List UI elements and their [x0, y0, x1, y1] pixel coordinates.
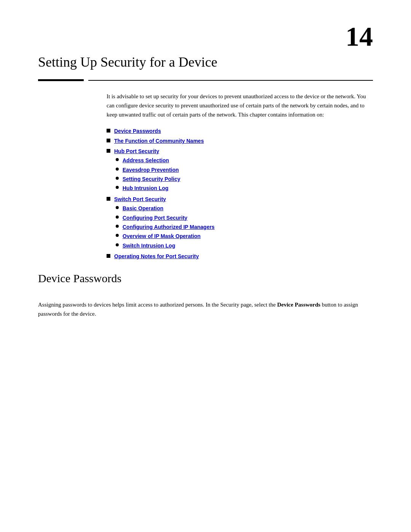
toc-item-community-names: The Function of Community Names: [107, 137, 373, 145]
bullet-circle-icon: [116, 168, 119, 171]
toc-item-switch-port-security: Switch Port Security Basic Operation Con…: [107, 195, 373, 251]
toc-link-device-passwords[interactable]: Device Passwords: [114, 127, 161, 135]
toc-sub-item-overview-ip-mask: Overview of IP Mask Operation: [116, 232, 215, 240]
toc-link-setting-security-policy[interactable]: Setting Security Policy: [123, 175, 180, 183]
divider-thick: [38, 79, 84, 81]
toc-link-overview-ip-mask[interactable]: Overview of IP Mask Operation: [123, 232, 201, 240]
toc-main-list: Device Passwords The Function of Communi…: [107, 127, 373, 260]
toc-link-hub-port-security[interactable]: Hub Port Security: [114, 147, 159, 155]
bullet-circle-icon: [116, 177, 119, 180]
device-passwords-section: Device Passwords Assigning passwords to …: [38, 272, 373, 318]
bullet-circle-icon: [116, 206, 119, 209]
bullet-circle-icon: [116, 225, 119, 228]
toc-link-hub-intrusion-log[interactable]: Hub Intrusion Log: [123, 184, 169, 192]
toc-sub-item-eavesdrop: Eavesdrop Prevention: [116, 166, 180, 174]
device-passwords-text-bold: Device Passwords: [277, 302, 320, 308]
bullet-circle-icon: [116, 234, 119, 237]
toc-item-operating-notes: Operating Notes for Port Security: [107, 252, 373, 260]
bullet-square-icon: [107, 139, 110, 142]
bullet-circle-icon: [116, 243, 119, 246]
device-passwords-text: Assigning passwords to devices helps lim…: [38, 300, 373, 318]
toc-sub-item-address-selection: Address Selection: [116, 156, 180, 165]
bullet-square-icon: [107, 197, 110, 201]
toc-item-device-passwords: Device Passwords: [107, 127, 373, 135]
toc-sub-item-hub-intrusion-log: Hub Intrusion Log: [116, 184, 180, 192]
bullet-square-icon: [107, 254, 110, 258]
intro-text: It is advisable to set up security for y…: [107, 92, 373, 119]
toc-link-community-names[interactable]: The Function of Community Names: [114, 137, 204, 145]
toc-link-configuring-port-security[interactable]: Configuring Port Security: [123, 214, 187, 222]
page-container: 14 Setting Up Security for a Device It i…: [0, 0, 411, 532]
hub-port-security-sub-list: Address Selection Eavesdrop Prevention S…: [116, 156, 180, 193]
divider: [38, 79, 373, 81]
toc-section: Device Passwords The Function of Communi…: [107, 127, 373, 260]
toc-link-operating-notes[interactable]: Operating Notes for Port Security: [114, 252, 199, 260]
device-passwords-title: Device Passwords: [38, 272, 373, 285]
toc-sub-item-basic-operation: Basic Operation: [116, 204, 215, 212]
toc-item-hub-port-security: Hub Port Security Address Selection Eave…: [107, 147, 373, 193]
toc-link-configuring-authorized-managers[interactable]: Configuring Authorized IP Managers: [123, 223, 215, 231]
toc-link-switch-intrusion-log[interactable]: Switch Intrusion Log: [123, 241, 175, 250]
bullet-circle-icon: [116, 216, 119, 219]
bullet-circle-icon: [116, 158, 119, 161]
toc-sub-item-switch-intrusion-log: Switch Intrusion Log: [116, 241, 215, 250]
toc-link-eavesdrop-prevention[interactable]: Eavesdrop Prevention: [123, 166, 179, 174]
toc-link-basic-operation[interactable]: Basic Operation: [123, 204, 163, 212]
divider-thin: [88, 80, 373, 81]
toc-sub-item-setting-security-policy: Setting Security Policy: [116, 175, 180, 183]
switch-port-security-sub-list: Basic Operation Configuring Port Securit…: [116, 204, 215, 250]
toc-link-address-selection[interactable]: Address Selection: [123, 156, 169, 165]
chapter-title: Setting Up Security for a Device: [38, 54, 373, 70]
bullet-square-icon: [107, 129, 110, 133]
bullet-circle-icon: [116, 186, 119, 189]
toc-sub-item-configuring-authorized-managers: Configuring Authorized IP Managers: [116, 223, 215, 231]
bullet-square-icon: [107, 149, 110, 153]
chapter-number: 14: [38, 23, 373, 50]
toc-link-switch-port-security[interactable]: Switch Port Security: [114, 195, 166, 203]
toc-sub-item-configuring-port-security: Configuring Port Security: [116, 214, 215, 222]
device-passwords-text-part1: Assigning passwords to devices helps lim…: [38, 302, 277, 308]
